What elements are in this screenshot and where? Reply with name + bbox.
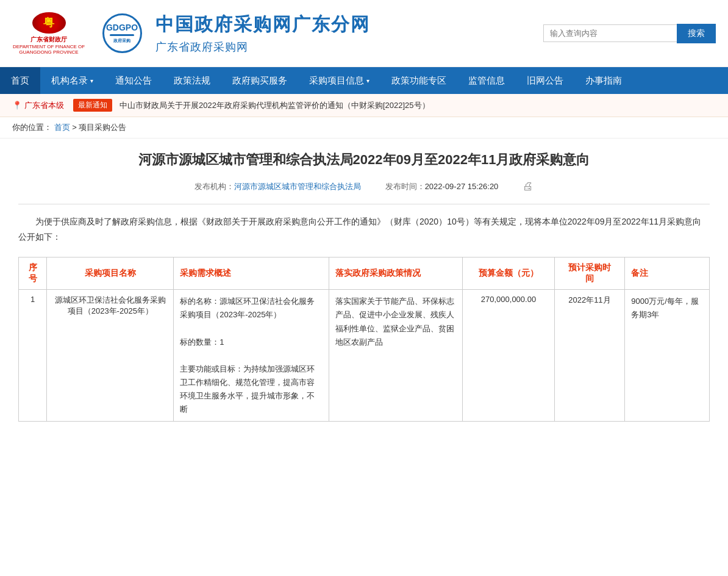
publisher-label: 发布机构：: [194, 181, 234, 192]
th-desc: 采购需求概述: [174, 257, 329, 290]
nav-item-special[interactable]: 政策功能专区: [380, 67, 457, 94]
cell-budget: 270,000,000.00: [463, 290, 554, 422]
nav-item-notices[interactable]: 通知公告: [104, 67, 163, 94]
th-budget: 预算金额（元）: [463, 257, 554, 290]
notice-location: 📍 广东省本级: [12, 100, 64, 111]
table-header-row: 序号 采购项目名称 采购需求概述 落实政府采购政策情况 预算金额（元） 预计采购…: [19, 257, 710, 290]
notice-tag: 最新通知: [73, 99, 112, 112]
page-title: 河源市源城区城市管理和综合执法局2022年09月至2022年11月政府采购意向: [18, 151, 710, 169]
search-block: 搜索: [543, 24, 716, 43]
nav-item-institutions[interactable]: 机构名录 ▾: [40, 67, 104, 94]
table-header: 序号 采购项目名称 采购需求概述 落实政府采购政策情况 预算金额（元） 预计采购…: [19, 257, 710, 290]
site-subtitle: 广东省政府采购网: [155, 40, 543, 54]
dept-name-en: DEPARTMENT OF FINANCE OF GUANGDONG PROVI…: [12, 44, 85, 55]
nav-item-old-notices[interactable]: 旧网公告: [516, 67, 574, 94]
cell-desc: 标的名称：源城区环卫保洁社会化服务采购项目（2023年-2025年） 标的数量：…: [174, 290, 329, 422]
table-body: 1 源城区环卫保洁社会化服务采购项目（2023年-2025年） 标的名称：源城区…: [19, 290, 710, 422]
main-content: 河源市源城区城市管理和综合执法局2022年09月至2022年11月政府采购意向 …: [0, 139, 728, 440]
nav-item-purchase-services[interactable]: 政府购买服务: [221, 67, 298, 94]
emblem-icon: 粤: [32, 12, 66, 34]
gdgpo-label: GDGPO: [106, 23, 138, 32]
location-pin-icon: 📍: [12, 101, 22, 110]
date-value: 2022-09-27 15:26:20: [425, 182, 499, 191]
site-title: 中国政府采购网广东分网: [155, 12, 543, 37]
nav-item-home[interactable]: 首页: [0, 67, 40, 94]
cell-remark: 9000万元/每年，服务期3年: [625, 290, 710, 422]
th-name: 采购项目名称: [47, 257, 174, 290]
gdgpo-logo: GDGPO 政府采购: [98, 12, 146, 55]
nav-item-guide[interactable]: 办事指南: [574, 67, 633, 94]
procurement-table: 序号 采购项目名称 采购需求概述 落实政府采购政策情况 预算金额（元） 预计采购…: [18, 257, 710, 422]
publisher-meta: 发布机构： 河源市源城区城市管理和综合执法局: [194, 181, 361, 192]
nav-item-policy[interactable]: 政策法规: [163, 67, 221, 94]
dept-logo: 粤 广东省财政厅 DEPARTMENT OF FINANCE OF GUANGD…: [12, 12, 85, 55]
breadcrumb-home[interactable]: 首页: [54, 123, 70, 132]
date-meta: 发布时间： 2022-09-27 15:26:20: [385, 181, 499, 192]
nav-item-supervision[interactable]: 监管信息: [457, 67, 516, 94]
meta-divider: [18, 204, 710, 204]
breadcrumb-separator: >: [72, 123, 79, 132]
table-row: 1 源城区环卫保洁社会化服务采购项目（2023年-2025年） 标的名称：源城区…: [19, 290, 710, 422]
search-button[interactable]: 搜索: [677, 24, 716, 43]
breadcrumb: 你的位置： 首页 > 项目采购公告: [0, 117, 728, 139]
th-remark: 备注: [625, 257, 710, 290]
cell-name: 源城区环卫保洁社会化服务采购项目（2023年-2025年）: [47, 290, 174, 422]
gdgpo-sub: 政府采购: [113, 38, 130, 44]
th-policy: 落实政府采购政策情况: [329, 257, 463, 290]
th-seq: 序号: [19, 257, 47, 290]
header: 粤 广东省财政厅 DEPARTMENT OF FINANCE OF GUANGD…: [0, 0, 728, 67]
dept-name: 广东省财政厅: [30, 35, 67, 44]
chevron-down-icon: ▾: [90, 77, 93, 84]
notice-text[interactable]: 中山市财政局关于开展2022年政府采购代理机构监管评价的通知（中财采购[2022…: [120, 100, 430, 111]
nav-bar: 首页 机构名录 ▾ 通知公告 政策法规 政府购买服务 采购项目信息 ▾ 政策功能…: [0, 67, 728, 94]
breadcrumb-prefix: 你的位置：: [12, 123, 52, 132]
chevron-down-icon-2: ▾: [366, 77, 369, 84]
site-title-block: 中国政府采购网广东分网 广东省政府采购网: [155, 12, 543, 54]
meta-row: 发布机构： 河源市源城区城市管理和综合执法局 发布时间： 2022-09-27 …: [18, 180, 710, 193]
cell-seq: 1: [19, 290, 47, 422]
breadcrumb-current: 项目采购公告: [79, 123, 126, 132]
gdgpo-divider: [110, 34, 134, 36]
print-button[interactable]: 🖨: [523, 180, 534, 193]
nav-item-projects[interactable]: 采购项目信息 ▾: [298, 67, 380, 94]
dept-logo-block: 粤 广东省财政厅 DEPARTMENT OF FINANCE OF GUANGD…: [12, 12, 85, 55]
notice-bar: 📍 广东省本级 最新通知 中山市财政局关于开展2022年政府采购代理机构监管评价…: [0, 94, 728, 117]
th-time: 预计采购时间: [554, 257, 625, 290]
gdgpo-circle-icon: GDGPO 政府采购: [102, 13, 142, 53]
intro-text: 为便于供应商及时了解政府采购信息，根据《财政部关于开展政府采购意向公开工作的通知…: [18, 214, 710, 245]
cell-policy: 落实国家关于节能产品、环保标志产品、促进中小企业发展、残疾人福利性单位、监狱企业…: [329, 290, 463, 422]
publisher-value[interactable]: 河源市源城区城市管理和综合执法局: [234, 181, 361, 192]
search-input[interactable]: [543, 24, 677, 42]
cell-time: 2022年11月: [554, 290, 625, 422]
date-label: 发布时间：: [385, 181, 425, 192]
